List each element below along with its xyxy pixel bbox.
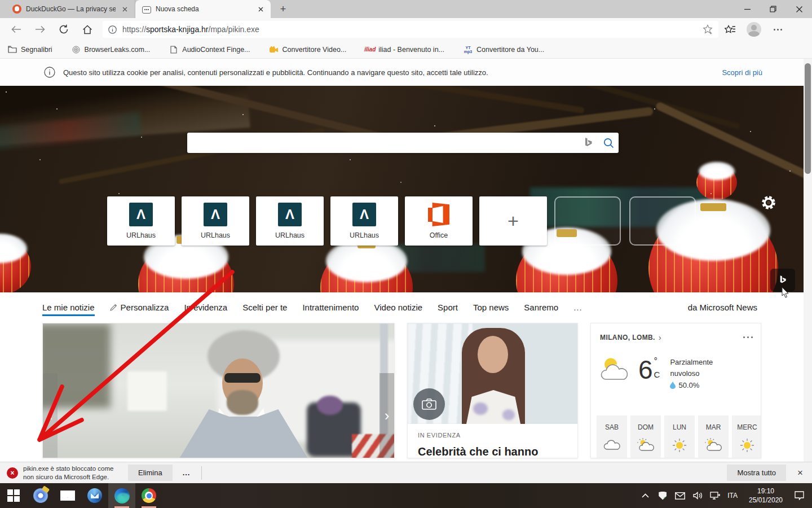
clock-time: 19:10 bbox=[745, 487, 787, 496]
news-tab-intrattenimento[interactable]: Intrattenimento bbox=[302, 303, 359, 312]
forecast-day[interactable]: SAB bbox=[597, 415, 627, 458]
weather-card-menu-button[interactable] bbox=[743, 336, 753, 338]
close-tab-icon[interactable] bbox=[256, 5, 265, 14]
search-bar[interactable] bbox=[187, 133, 619, 153]
news-tab-scelti-per-te[interactable]: Scelti per te bbox=[242, 303, 287, 312]
profile-avatar[interactable] bbox=[745, 20, 763, 38]
bookmark-label: Convertitore Video... bbox=[283, 46, 347, 54]
defender-shield-icon[interactable] bbox=[657, 491, 668, 501]
news-tab-personalizza[interactable]: Personalizza bbox=[110, 303, 169, 312]
taskbar-app-thunderbird[interactable] bbox=[81, 483, 108, 508]
featured-card-footer: IN EVIDENZA Celebrità che ci hanno bbox=[408, 424, 577, 458]
partly-sunny-icon bbox=[637, 438, 654, 452]
new-tab-page-favicon-icon bbox=[142, 6, 151, 14]
carousel-next-button[interactable]: › bbox=[379, 373, 394, 458]
settings-menu-button[interactable] bbox=[769, 20, 787, 38]
search-input[interactable] bbox=[187, 133, 578, 153]
quick-link-urlhaus[interactable]: Λ URLhaus bbox=[256, 196, 324, 246]
forecast-day[interactable]: MERC bbox=[732, 415, 761, 458]
weather-card[interactable]: MILANO, LOMB. › 6 ° C Parzialmente nuvol… bbox=[590, 323, 761, 458]
address-bar[interactable]: https://sportska-knjiga.hr/mpa/pikin.exe bbox=[103, 21, 718, 38]
tab-duckduckgo[interactable]: DuckDuckGo — La privacy semp bbox=[6, 0, 135, 18]
cookie-notice-bar: Questo sito utilizza cookie per analisi,… bbox=[0, 59, 812, 86]
quick-link-urlhaus[interactable]: Λ URLhaus bbox=[182, 196, 249, 246]
forecast-day[interactable]: MAR bbox=[698, 415, 729, 458]
language-indicator[interactable]: ITA bbox=[727, 492, 738, 500]
bookmark-item[interactable]: Convertitore Video... bbox=[270, 45, 347, 54]
bookmark-folder[interactable]: Segnalibri bbox=[8, 45, 52, 54]
page-scrollbar[interactable] bbox=[804, 59, 812, 462]
minimize-button[interactable] bbox=[734, 0, 760, 18]
tile-label: Office bbox=[430, 231, 448, 239]
more-horizontal-icon bbox=[774, 29, 782, 30]
close-tab-icon[interactable] bbox=[120, 5, 129, 14]
bookmark-item[interactable]: BrowserLeaks.com... bbox=[72, 45, 151, 54]
bookmark-item[interactable]: AudioContext Finge... bbox=[169, 45, 250, 54]
download-more-button[interactable]: ... bbox=[177, 465, 196, 481]
news-card-featured[interactable]: IN EVIDENZA Celebrità che ci hanno bbox=[407, 323, 578, 458]
forecast-day[interactable]: DOM bbox=[630, 415, 661, 458]
page-settings-gear-icon[interactable] bbox=[760, 194, 777, 211]
add-site-tile[interactable]: + bbox=[479, 196, 547, 246]
taskbar-app-disc-burner[interactable] bbox=[27, 483, 54, 508]
tab-nuova-scheda[interactable]: Nuova scheda bbox=[135, 0, 271, 18]
favorites-hub-icon[interactable] bbox=[721, 20, 739, 38]
network-icon[interactable] bbox=[710, 491, 720, 501]
chevron-right-icon: › bbox=[385, 407, 390, 424]
urlhaus-icon: Λ bbox=[129, 203, 153, 226]
cookie-learn-more-link[interactable]: Scopri di più bbox=[722, 68, 762, 77]
new-tab-button[interactable]: + bbox=[275, 1, 291, 17]
lantern-cap-graphic bbox=[700, 203, 726, 211]
action-center-icon[interactable] bbox=[794, 491, 804, 501]
featured-headline[interactable]: Celebrità che ci hanno bbox=[418, 445, 567, 458]
clock[interactable]: 19:10 25/01/2020 bbox=[745, 487, 787, 505]
bookmark-item[interactable]: iliad iliad - Benvenuto in... bbox=[365, 45, 444, 54]
news-tabs-more-button[interactable]: ... bbox=[573, 303, 582, 312]
day-label: DOM bbox=[638, 423, 654, 431]
delete-download-button[interactable]: Elimina bbox=[128, 465, 173, 481]
add-favorite-star-icon[interactable] bbox=[703, 24, 713, 34]
forward-button[interactable] bbox=[31, 20, 49, 38]
back-button[interactable] bbox=[7, 20, 25, 38]
chevron-right-icon: › bbox=[659, 332, 661, 342]
taskbar-app-edge[interactable] bbox=[108, 483, 135, 508]
folder-icon bbox=[8, 45, 17, 54]
reload-button[interactable] bbox=[55, 20, 73, 38]
news-tab-top-news[interactable]: Top news bbox=[473, 303, 509, 312]
search-icon[interactable] bbox=[598, 133, 619, 153]
home-button[interactable] bbox=[78, 20, 96, 38]
tab-title: DuckDuckGo — La privacy semp bbox=[26, 5, 116, 13]
volume-icon[interactable] bbox=[692, 491, 703, 501]
news-card-carousel[interactable]: ‹ › bbox=[42, 323, 395, 458]
taskbar-app-mail[interactable] bbox=[54, 483, 81, 508]
site-info-icon[interactable] bbox=[108, 25, 117, 34]
start-button[interactable] bbox=[0, 483, 27, 508]
close-download-bar-icon[interactable]: × bbox=[794, 467, 806, 479]
tile-label: URLhaus bbox=[126, 231, 156, 239]
urlhaus-icon: Λ bbox=[278, 203, 302, 226]
forecast-day[interactable]: LUN bbox=[664, 415, 695, 458]
tray-mail-icon[interactable] bbox=[675, 491, 685, 501]
cookie-message: Questo sito utilizza cookie per analisi,… bbox=[63, 68, 714, 77]
bookmark-item[interactable]: YTmp3 Convertitore da You... bbox=[464, 45, 544, 54]
scrollbar-thumb[interactable] bbox=[805, 63, 811, 174]
news-tab-le-mie-notizie[interactable]: Le mie notizie bbox=[42, 303, 95, 312]
clock-date: 25/01/2020 bbox=[745, 496, 787, 505]
close-window-button[interactable] bbox=[786, 0, 812, 18]
weather-location[interactable]: MILANO, LOMB. bbox=[600, 334, 655, 341]
taskbar-app-chrome[interactable] bbox=[135, 483, 162, 508]
news-tab-video-notizie[interactable]: Video notizie bbox=[374, 303, 422, 312]
quick-link-office[interactable]: Office bbox=[405, 196, 473, 246]
tray-expand-chevron-icon[interactable] bbox=[640, 491, 650, 501]
news-attribution[interactable]: da Microsoft News bbox=[688, 303, 757, 312]
quick-link-urlhaus[interactable]: Λ URLhaus bbox=[107, 196, 175, 246]
news-tab-sport[interactable]: Sport bbox=[438, 303, 458, 312]
url-scheme: https:// bbox=[122, 25, 146, 34]
news-tab-sanremo[interactable]: Sanremo bbox=[524, 303, 558, 312]
quick-link-urlhaus[interactable]: Λ URLhaus bbox=[330, 196, 398, 246]
restore-button[interactable] bbox=[760, 0, 786, 18]
news-tab-in-evidenza[interactable]: In evidenza bbox=[184, 303, 227, 312]
quick-links: Λ URLhaus Λ URLhaus Λ URLhaus Λ URLhaus … bbox=[107, 196, 547, 246]
carousel-prev-button[interactable]: ‹ bbox=[43, 373, 58, 458]
show-all-downloads-button[interactable]: Mostra tutto bbox=[727, 465, 786, 481]
